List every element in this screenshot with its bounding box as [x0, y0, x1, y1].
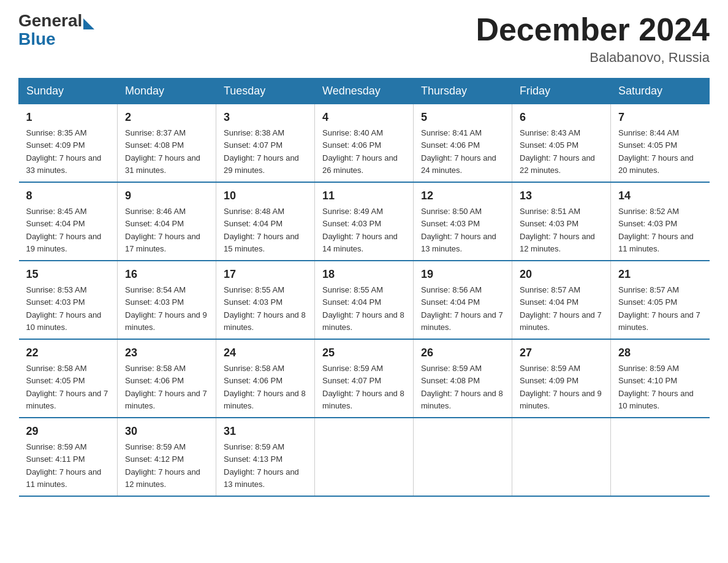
day-number: 5: [421, 109, 504, 126]
calendar-cell: [611, 418, 710, 496]
day-number: 20: [520, 266, 603, 283]
day-info: Sunrise: 8:50 AMSunset: 4:03 PMDaylight:…: [421, 207, 496, 253]
day-number: 23: [125, 345, 208, 361]
day-info: Sunrise: 8:59 AMSunset: 4:11 PMDaylight:…: [26, 442, 102, 489]
day-info: Sunrise: 8:44 AMSunset: 4:05 PMDaylight:…: [618, 128, 694, 175]
header-thursday: Thursday: [414, 79, 512, 104]
calendar-cell: 8 Sunrise: 8:45 AMSunset: 4:04 PMDayligh…: [19, 182, 118, 261]
day-info: Sunrise: 8:56 AMSunset: 4:04 PMDaylight:…: [421, 285, 503, 332]
calendar-cell: 22 Sunrise: 8:58 AMSunset: 4:05 PMDaylig…: [19, 339, 118, 418]
header-saturday: Saturday: [611, 79, 710, 104]
day-number: 6: [520, 109, 603, 126]
day-number: 25: [322, 345, 406, 361]
day-info: Sunrise: 8:58 AMSunset: 4:06 PMDaylight:…: [224, 364, 306, 410]
day-number: 13: [520, 188, 603, 204]
calendar-cell: 14 Sunrise: 8:52 AMSunset: 4:03 PMDaylig…: [611, 182, 710, 261]
day-number: 19: [421, 266, 504, 283]
day-info: Sunrise: 8:51 AMSunset: 4:03 PMDaylight:…: [520, 207, 595, 253]
day-number: 21: [618, 266, 702, 283]
calendar-cell: 31 Sunrise: 8:59 AMSunset: 4:13 PMDaylig…: [216, 418, 315, 496]
day-number: 16: [125, 266, 208, 283]
location-subtitle: Balabanovo, Russia: [476, 50, 710, 66]
day-number: 29: [26, 423, 110, 440]
calendar-cell: 16 Sunrise: 8:54 AMSunset: 4:03 PMDaylig…: [118, 261, 216, 339]
calendar-cell: 27 Sunrise: 8:59 AMSunset: 4:09 PMDaylig…: [512, 339, 611, 418]
logo-blue-text: Blue: [18, 31, 94, 48]
calendar-cell: 24 Sunrise: 8:58 AMSunset: 4:06 PMDaylig…: [216, 339, 315, 418]
day-info: Sunrise: 8:45 AMSunset: 4:04 PMDaylight:…: [26, 207, 102, 253]
main-title: December 2024: [476, 12, 710, 47]
day-info: Sunrise: 8:59 AMSunset: 4:10 PMDaylight:…: [618, 364, 694, 410]
day-info: Sunrise: 8:46 AMSunset: 4:04 PMDaylight:…: [125, 207, 200, 253]
calendar-header: Sunday Monday Tuesday Wednesday Thursday…: [19, 79, 710, 104]
header-wednesday: Wednesday: [315, 79, 414, 104]
calendar-cell: 26 Sunrise: 8:59 AMSunset: 4:08 PMDaylig…: [414, 339, 512, 418]
calendar-cell: 1 Sunrise: 8:35 AMSunset: 4:09 PMDayligh…: [19, 104, 118, 183]
calendar-cell: 28 Sunrise: 8:59 AMSunset: 4:10 PMDaylig…: [611, 339, 710, 418]
day-number: 1: [26, 109, 110, 126]
calendar-cell: [315, 418, 414, 496]
day-info: Sunrise: 8:59 AMSunset: 4:07 PMDaylight:…: [322, 364, 404, 410]
header-monday: Monday: [118, 79, 216, 104]
header-friday: Friday: [512, 79, 611, 104]
day-number: 3: [224, 109, 307, 126]
logo-general-text: General: [18, 12, 82, 29]
day-info: Sunrise: 8:35 AMSunset: 4:09 PMDaylight:…: [26, 128, 102, 175]
logo: General Blue: [18, 12, 94, 48]
calendar-cell: 2 Sunrise: 8:37 AMSunset: 4:08 PMDayligh…: [118, 104, 216, 183]
calendar-cell: 29 Sunrise: 8:59 AMSunset: 4:11 PMDaylig…: [19, 418, 118, 496]
day-info: Sunrise: 8:59 AMSunset: 4:13 PMDaylight:…: [224, 442, 299, 489]
calendar-cell: 30 Sunrise: 8:59 AMSunset: 4:12 PMDaylig…: [118, 418, 216, 496]
header-tuesday: Tuesday: [216, 79, 315, 104]
title-block: December 2024 Balabanovo, Russia: [476, 12, 710, 66]
calendar-cell: 5 Sunrise: 8:41 AMSunset: 4:06 PMDayligh…: [414, 104, 512, 183]
day-number: 2: [125, 109, 208, 126]
calendar-cell: [512, 418, 611, 496]
calendar-cell: 3 Sunrise: 8:38 AMSunset: 4:07 PMDayligh…: [216, 104, 315, 183]
day-info: Sunrise: 8:55 AMSunset: 4:04 PMDaylight:…: [322, 285, 404, 332]
day-info: Sunrise: 8:37 AMSunset: 4:08 PMDaylight:…: [125, 128, 200, 175]
day-info: Sunrise: 8:52 AMSunset: 4:03 PMDaylight:…: [618, 207, 694, 253]
day-number: 22: [26, 345, 110, 361]
calendar-cell: 23 Sunrise: 8:58 AMSunset: 4:06 PMDaylig…: [118, 339, 216, 418]
day-info: Sunrise: 8:57 AMSunset: 4:04 PMDaylight:…: [520, 285, 602, 332]
calendar-cell: 21 Sunrise: 8:57 AMSunset: 4:05 PMDaylig…: [611, 261, 710, 339]
day-number: 15: [26, 266, 110, 283]
day-number: 14: [618, 188, 702, 204]
calendar-cell: 12 Sunrise: 8:50 AMSunset: 4:03 PMDaylig…: [414, 182, 512, 261]
day-number: 31: [224, 423, 307, 440]
logo-arrow-icon: [83, 18, 94, 29]
day-info: Sunrise: 8:49 AMSunset: 4:03 PMDaylight:…: [322, 207, 398, 253]
day-number: 26: [421, 345, 504, 361]
calendar-table: Sunday Monday Tuesday Wednesday Thursday…: [18, 78, 710, 497]
day-info: Sunrise: 8:58 AMSunset: 4:06 PMDaylight:…: [125, 364, 207, 410]
calendar-cell: 10 Sunrise: 8:48 AMSunset: 4:04 PMDaylig…: [216, 182, 315, 261]
calendar-cell: [414, 418, 512, 496]
calendar-cell: 7 Sunrise: 8:44 AMSunset: 4:05 PMDayligh…: [611, 104, 710, 183]
day-info: Sunrise: 8:58 AMSunset: 4:05 PMDaylight:…: [26, 364, 108, 410]
day-info: Sunrise: 8:48 AMSunset: 4:04 PMDaylight:…: [224, 207, 299, 253]
day-number: 10: [224, 188, 307, 204]
calendar-cell: 19 Sunrise: 8:56 AMSunset: 4:04 PMDaylig…: [414, 261, 512, 339]
calendar-cell: 20 Sunrise: 8:57 AMSunset: 4:04 PMDaylig…: [512, 261, 611, 339]
page-header: General Blue December 2024 Balabanovo, R…: [18, 12, 710, 66]
calendar-cell: 4 Sunrise: 8:40 AMSunset: 4:06 PMDayligh…: [315, 104, 414, 183]
day-info: Sunrise: 8:53 AMSunset: 4:03 PMDaylight:…: [26, 285, 102, 332]
day-number: 8: [26, 188, 110, 204]
day-number: 27: [520, 345, 603, 361]
day-number: 12: [421, 188, 504, 204]
day-info: Sunrise: 8:55 AMSunset: 4:03 PMDaylight:…: [224, 285, 306, 332]
calendar-cell: 18 Sunrise: 8:55 AMSunset: 4:04 PMDaylig…: [315, 261, 414, 339]
day-info: Sunrise: 8:59 AMSunset: 4:09 PMDaylight:…: [520, 364, 602, 410]
header-sunday: Sunday: [19, 79, 118, 104]
day-info: Sunrise: 8:43 AMSunset: 4:05 PMDaylight:…: [520, 128, 595, 175]
calendar-cell: 9 Sunrise: 8:46 AMSunset: 4:04 PMDayligh…: [118, 182, 216, 261]
day-info: Sunrise: 8:41 AMSunset: 4:06 PMDaylight:…: [421, 128, 496, 175]
day-info: Sunrise: 8:40 AMSunset: 4:06 PMDaylight:…: [322, 128, 398, 175]
calendar-cell: 15 Sunrise: 8:53 AMSunset: 4:03 PMDaylig…: [19, 261, 118, 339]
calendar-cell: 25 Sunrise: 8:59 AMSunset: 4:07 PMDaylig…: [315, 339, 414, 418]
day-number: 28: [618, 345, 702, 361]
day-number: 4: [322, 109, 406, 126]
day-number: 18: [322, 266, 406, 283]
day-info: Sunrise: 8:57 AMSunset: 4:05 PMDaylight:…: [618, 285, 700, 332]
